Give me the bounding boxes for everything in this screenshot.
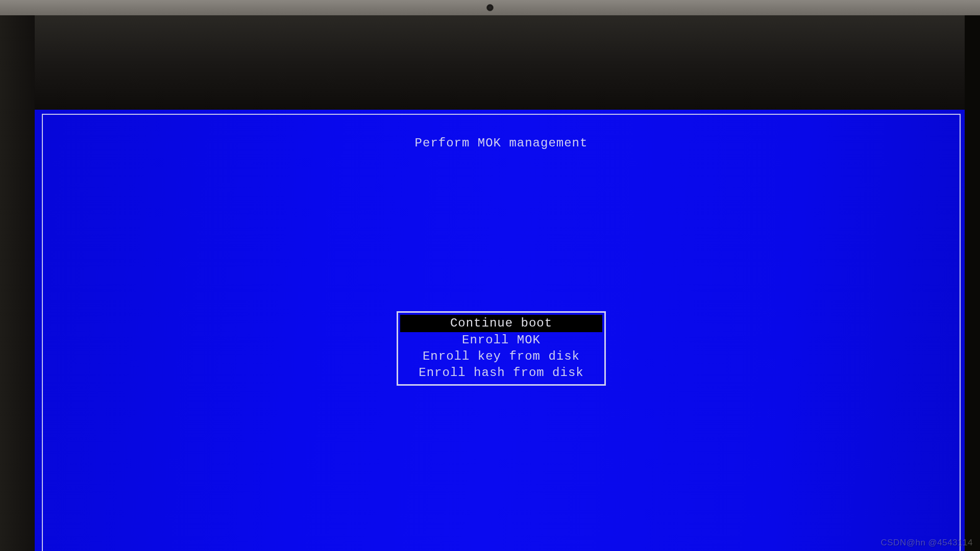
menu-item-continue-boot[interactable]: Continue boot xyxy=(400,315,602,332)
mok-menu: Continue boot Enroll MOK Enroll key from… xyxy=(397,311,606,386)
menu-item-enroll-mok[interactable]: Enroll MOK xyxy=(401,332,601,348)
bios-frame-border: Perform MOK management Continue boot Enr… xyxy=(42,114,961,551)
watermark-text: CSDN@hn @4543114 xyxy=(881,538,973,548)
screen-edge-right xyxy=(965,15,980,551)
webcam-icon xyxy=(486,4,494,11)
bios-screen: Perform MOK management Continue boot Enr… xyxy=(35,110,965,551)
page-title: Perform MOK management xyxy=(415,136,588,150)
menu-item-enroll-hash-from-disk[interactable]: Enroll hash from disk xyxy=(401,365,601,381)
menu-item-enroll-key-from-disk[interactable]: Enroll key from disk xyxy=(401,348,601,365)
screen-edge-left xyxy=(0,15,35,551)
screen-top-gap xyxy=(35,15,965,110)
